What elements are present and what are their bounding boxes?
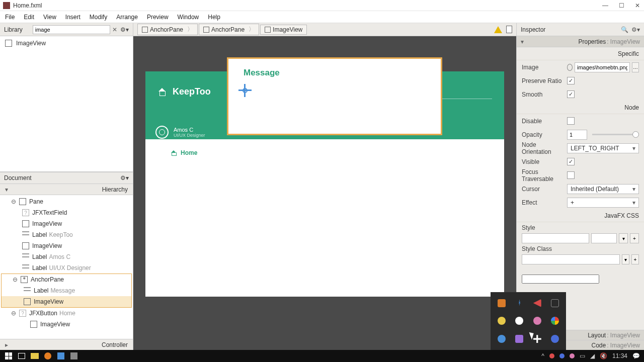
stylesheet-input[interactable] (522, 275, 599, 284)
style-value-input[interactable] (591, 233, 617, 243)
menu-insert[interactable]: Insert (65, 14, 80, 21)
style-class-add-button[interactable]: + (631, 254, 639, 264)
style-class-menu-button[interactable]: ▾ (622, 254, 629, 264)
maximize-button[interactable]: ☐ (618, 2, 625, 9)
menu-arrange[interactable]: Arrange (116, 14, 138, 21)
tray-icon[interactable] (533, 317, 541, 325)
volume-icon[interactable]: 🔇 (600, 352, 607, 359)
opacity-slider[interactable] (592, 134, 639, 135)
bluetooth-icon[interactable]: ᚼ (515, 299, 523, 307)
search-button[interactable] (41, 350, 54, 361)
section-toggle-icon[interactable]: ▾ (521, 38, 524, 45)
notifications-icon[interactable]: 💬 (632, 352, 640, 359)
disclosure-icon[interactable]: ⊖ (13, 276, 18, 283)
hierarchy-header[interactable]: ▾ Hierarchy (0, 184, 133, 195)
cursor-dropdown[interactable]: Inherited (Default)▾ (567, 184, 639, 194)
tree-row[interactable]: Label UI/UX Designer (0, 262, 133, 274)
visible-checkbox[interactable] (567, 158, 575, 165)
effect-dropdown[interactable]: +▾ (567, 198, 639, 208)
battery-icon[interactable]: ▭ (580, 352, 585, 359)
library-item-imageview[interactable]: ImageView (0, 38, 133, 48)
tray-icon[interactable] (498, 299, 506, 307)
opacity-input[interactable] (567, 130, 587, 140)
smooth-checkbox[interactable] (567, 90, 575, 98)
warning-icon[interactable] (494, 26, 502, 33)
tray-icon[interactable] (559, 353, 565, 358)
start-button[interactable] (2, 350, 15, 361)
menu-window[interactable]: Window (178, 14, 199, 21)
chrome-icon[interactable] (551, 317, 559, 325)
hierarchy-toggle-icon[interactable]: ▾ (5, 186, 8, 193)
taskbar[interactable]: ^ ▭ ◢ 🔇 11:34 💬 (0, 350, 644, 362)
menu-modify[interactable]: Modify (90, 14, 107, 21)
nav-home-button[interactable]: Home (171, 149, 197, 156)
tree-row-jfxbutton[interactable]: ⊖ ? JFXButton Home (0, 308, 133, 319)
tree-row-anchorpane[interactable]: ⊖ ✶ AnchorPane (2, 274, 131, 285)
tray-expand-icon[interactable]: ^ (541, 352, 544, 359)
menu-edit[interactable]: Edit (24, 14, 34, 21)
tree-row[interactable]: Label Message (2, 285, 131, 296)
tray-icon[interactable] (570, 353, 575, 358)
tree-row[interactable]: ImageView (0, 319, 133, 330)
tray-icon[interactable] (515, 335, 523, 343)
minimize-button[interactable]: — (602, 2, 609, 9)
tray-icon[interactable] (498, 335, 506, 343)
breadcrumb-item[interactable]: ImageView (260, 25, 307, 35)
disable-checkbox[interactable] (567, 117, 575, 125)
menu-file[interactable]: File (5, 14, 15, 21)
search-icon[interactable]: 🔍 (621, 26, 628, 33)
tray-icon[interactable] (551, 299, 559, 307)
task-view-button[interactable] (15, 350, 28, 361)
css-file-icon[interactable] (506, 26, 512, 33)
tree-row[interactable]: ? JFXTextField (0, 207, 133, 218)
disclosure-icon[interactable]: ⊖ (11, 310, 16, 317)
prop-preserve-ratio: Preserve Ratio (517, 74, 644, 87)
focus-checkbox[interactable] (567, 171, 575, 179)
imageview-icon (265, 27, 271, 33)
style-menu-button[interactable]: ▾ (619, 233, 628, 243)
inspector-menu-icon[interactable]: ⚙▾ (631, 26, 640, 33)
clock[interactable]: 11:34 (612, 352, 627, 359)
breadcrumb-item[interactable]: AnchorPane〉 (137, 24, 198, 35)
breadcrumb-item[interactable]: AnchorPane〉 (199, 24, 259, 35)
controller-section[interactable]: ▸ Controller (0, 339, 133, 350)
tray-icon[interactable] (533, 299, 541, 307)
menu-help[interactable]: Help (208, 14, 220, 21)
style-key-input[interactable] (522, 233, 589, 243)
menu-view[interactable]: View (43, 14, 56, 21)
tree-row-pane[interactable]: ⊖ Pane (0, 196, 133, 207)
tray-icon[interactable] (551, 335, 559, 343)
properties-section-header[interactable]: ▾ Properties : ImageView (517, 36, 644, 47)
tree-row-selected[interactable]: ImageView (2, 296, 131, 307)
wifi-icon[interactable]: ◢ (590, 352, 595, 359)
library-search[interactable] (33, 25, 110, 34)
tree-row[interactable]: Label Amos C (0, 251, 133, 262)
clear-search-icon[interactable]: ✕ (112, 26, 117, 33)
taskbar-app[interactable] (54, 350, 67, 361)
tray-icon[interactable] (498, 317, 506, 325)
system-tray-popup[interactable]: ᚼ (491, 292, 566, 350)
tree-row[interactable]: Label KeepToo (0, 229, 133, 240)
preserve-ratio-checkbox[interactable] (567, 77, 575, 84)
file-explorer-button[interactable] (28, 350, 41, 361)
style-add-button[interactable]: + (630, 233, 639, 243)
disclosure-icon[interactable]: ⊖ (11, 198, 16, 205)
app-preview[interactable]: KeepToo Search Amos C UI/UX Designer (145, 71, 504, 297)
menu-preview[interactable]: Preview (147, 14, 169, 21)
close-button[interactable]: ✕ (634, 2, 641, 9)
browse-button[interactable]: … (632, 62, 639, 72)
image-path-input[interactable] (575, 62, 630, 72)
tray-icon[interactable] (549, 353, 554, 358)
library-menu-icon[interactable]: ⚙▾ (120, 26, 129, 33)
orientation-dropdown[interactable]: LEFT_TO_RIGHT▾ (567, 143, 639, 153)
style-class-input[interactable] (522, 254, 620, 264)
library-search-input[interactable] (35, 27, 108, 33)
message-card-selected[interactable]: Message (227, 57, 442, 135)
tree-row[interactable]: ImageView (0, 218, 133, 229)
tray-icon[interactable] (515, 317, 523, 325)
tree-row[interactable]: ImageView (0, 240, 133, 251)
document-menu-icon[interactable]: ⚙▾ (120, 174, 129, 182)
design-canvas[interactable]: KeepToo Search Amos C UI/UX Designer (133, 36, 516, 350)
taskbar-app[interactable] (67, 350, 80, 361)
controller-toggle-icon[interactable]: ▸ (5, 341, 8, 348)
